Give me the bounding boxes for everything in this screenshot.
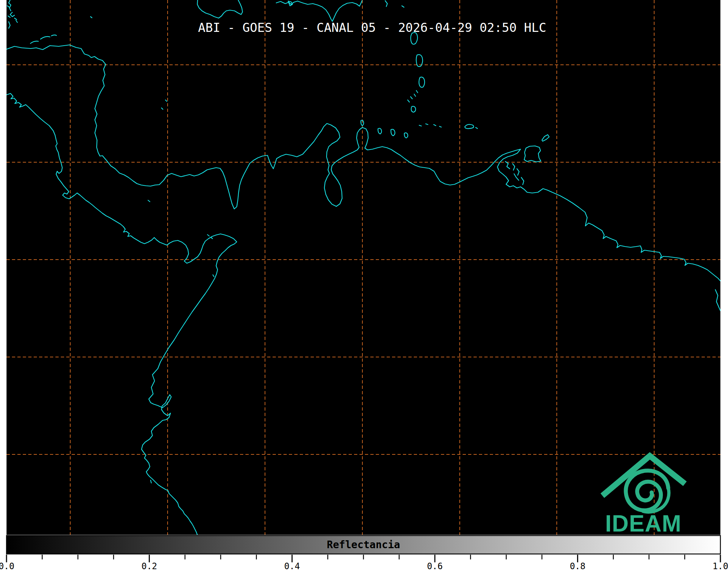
colorbar-tick-label: 0.6	[427, 561, 443, 571]
logo-wordmark: IDEAM	[605, 511, 681, 537]
satellite-image-viewport: ABI - GOES 19 - CANAL 05 - 2026-04-29 02…	[0, 0, 728, 571]
image-title: ABI - GOES 19 - CANAL 05 - 2026-04-29 02…	[198, 20, 546, 35]
goes-satellite-map: ABI - GOES 19 - CANAL 05 - 2026-04-29 02…	[0, 0, 728, 571]
colorbar-tick-label: 0.8	[570, 561, 585, 571]
colorbar-title: Reflectancia	[327, 539, 400, 551]
reflectance-colorbar: Reflectancia 0.00.20.40.60.81.0	[0, 536, 728, 571]
colorbar-tick-label: 0.2	[142, 561, 157, 571]
map-background	[7, 0, 720, 535]
colorbar-tick-label: 1.0	[712, 561, 728, 571]
colorbar-tick-label: 0.0	[0, 561, 14, 571]
colorbar-tick-label: 0.4	[284, 561, 300, 571]
colorbar-axis-ticks: 0.00.20.40.60.81.0	[0, 555, 728, 571]
